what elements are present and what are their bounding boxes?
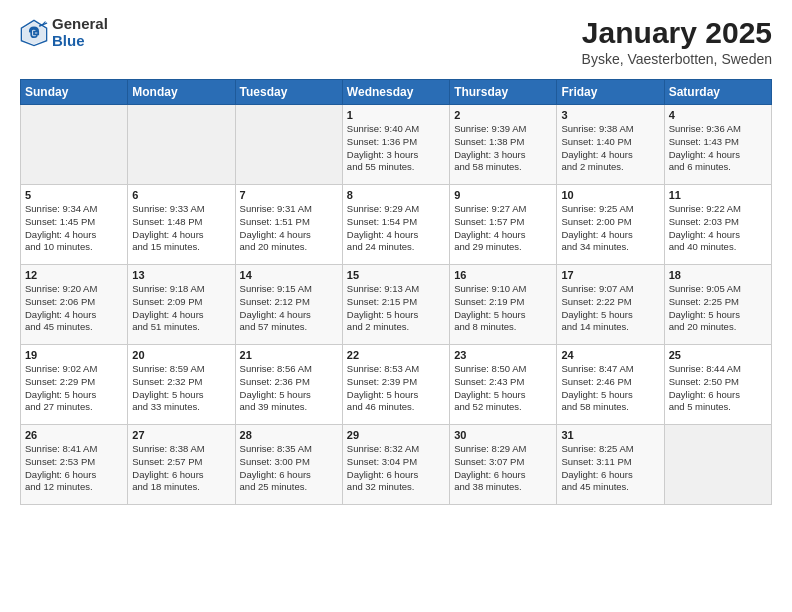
day-of-week-header: Saturday bbox=[664, 80, 771, 105]
day-of-week-header: Thursday bbox=[450, 80, 557, 105]
day-info: Sunrise: 8:32 AM Sunset: 3:04 PM Dayligh… bbox=[347, 443, 445, 494]
logo-icon bbox=[20, 19, 48, 47]
calendar-day-cell: 14Sunrise: 9:15 AM Sunset: 2:12 PM Dayli… bbox=[235, 265, 342, 345]
calendar-day-cell: 5Sunrise: 9:34 AM Sunset: 1:45 PM Daylig… bbox=[21, 185, 128, 265]
day-of-week-header: Tuesday bbox=[235, 80, 342, 105]
day-of-week-header: Wednesday bbox=[342, 80, 449, 105]
day-info: Sunrise: 9:22 AM Sunset: 2:03 PM Dayligh… bbox=[669, 203, 767, 254]
day-number: 19 bbox=[25, 349, 123, 361]
day-info: Sunrise: 9:15 AM Sunset: 2:12 PM Dayligh… bbox=[240, 283, 338, 334]
day-info: Sunrise: 9:07 AM Sunset: 2:22 PM Dayligh… bbox=[561, 283, 659, 334]
day-info: Sunrise: 9:33 AM Sunset: 1:48 PM Dayligh… bbox=[132, 203, 230, 254]
day-info: Sunrise: 8:47 AM Sunset: 2:46 PM Dayligh… bbox=[561, 363, 659, 414]
day-info: Sunrise: 8:50 AM Sunset: 2:43 PM Dayligh… bbox=[454, 363, 552, 414]
day-info: Sunrise: 8:56 AM Sunset: 2:36 PM Dayligh… bbox=[240, 363, 338, 414]
header: General Blue January 2025 Byske, Vaester… bbox=[20, 16, 772, 67]
logo: General Blue bbox=[20, 16, 108, 49]
day-info: Sunrise: 8:59 AM Sunset: 2:32 PM Dayligh… bbox=[132, 363, 230, 414]
day-number: 10 bbox=[561, 189, 659, 201]
day-number: 23 bbox=[454, 349, 552, 361]
day-info: Sunrise: 8:25 AM Sunset: 3:11 PM Dayligh… bbox=[561, 443, 659, 494]
day-info: Sunrise: 8:29 AM Sunset: 3:07 PM Dayligh… bbox=[454, 443, 552, 494]
day-info: Sunrise: 9:31 AM Sunset: 1:51 PM Dayligh… bbox=[240, 203, 338, 254]
day-number: 2 bbox=[454, 109, 552, 121]
day-info: Sunrise: 8:41 AM Sunset: 2:53 PM Dayligh… bbox=[25, 443, 123, 494]
calendar-week-row: 5Sunrise: 9:34 AM Sunset: 1:45 PM Daylig… bbox=[21, 185, 772, 265]
calendar-day-cell: 12Sunrise: 9:20 AM Sunset: 2:06 PM Dayli… bbox=[21, 265, 128, 345]
calendar-day-cell: 7Sunrise: 9:31 AM Sunset: 1:51 PM Daylig… bbox=[235, 185, 342, 265]
calendar-day-cell: 10Sunrise: 9:25 AM Sunset: 2:00 PM Dayli… bbox=[557, 185, 664, 265]
day-number: 17 bbox=[561, 269, 659, 281]
day-info: Sunrise: 9:13 AM Sunset: 2:15 PM Dayligh… bbox=[347, 283, 445, 334]
day-number: 7 bbox=[240, 189, 338, 201]
calendar-day-cell: 24Sunrise: 8:47 AM Sunset: 2:46 PM Dayli… bbox=[557, 345, 664, 425]
calendar-day-cell: 15Sunrise: 9:13 AM Sunset: 2:15 PM Dayli… bbox=[342, 265, 449, 345]
calendar-day-cell: 22Sunrise: 8:53 AM Sunset: 2:39 PM Dayli… bbox=[342, 345, 449, 425]
calendar-day-cell: 20Sunrise: 8:59 AM Sunset: 2:32 PM Dayli… bbox=[128, 345, 235, 425]
day-number: 15 bbox=[347, 269, 445, 281]
calendar-day-cell: 11Sunrise: 9:22 AM Sunset: 2:03 PM Dayli… bbox=[664, 185, 771, 265]
day-info: Sunrise: 9:02 AM Sunset: 2:29 PM Dayligh… bbox=[25, 363, 123, 414]
day-number: 26 bbox=[25, 429, 123, 441]
day-number: 28 bbox=[240, 429, 338, 441]
day-info: Sunrise: 8:38 AM Sunset: 2:57 PM Dayligh… bbox=[132, 443, 230, 494]
day-of-week-header: Sunday bbox=[21, 80, 128, 105]
logo-general-text: General bbox=[52, 16, 108, 33]
title-block: January 2025 Byske, Vaesterbotten, Swede… bbox=[582, 16, 772, 67]
day-number: 27 bbox=[132, 429, 230, 441]
day-number: 29 bbox=[347, 429, 445, 441]
calendar-week-row: 1Sunrise: 9:40 AM Sunset: 1:36 PM Daylig… bbox=[21, 105, 772, 185]
page: General Blue January 2025 Byske, Vaester… bbox=[0, 0, 792, 612]
day-number: 22 bbox=[347, 349, 445, 361]
day-number: 11 bbox=[669, 189, 767, 201]
calendar-day-cell bbox=[235, 105, 342, 185]
logo-blue-text: Blue bbox=[52, 33, 108, 50]
calendar-day-cell: 4Sunrise: 9:36 AM Sunset: 1:43 PM Daylig… bbox=[664, 105, 771, 185]
calendar-day-cell bbox=[664, 425, 771, 505]
day-info: Sunrise: 9:34 AM Sunset: 1:45 PM Dayligh… bbox=[25, 203, 123, 254]
day-number: 12 bbox=[25, 269, 123, 281]
day-of-week-header: Friday bbox=[557, 80, 664, 105]
day-info: Sunrise: 9:39 AM Sunset: 1:38 PM Dayligh… bbox=[454, 123, 552, 174]
day-number: 16 bbox=[454, 269, 552, 281]
calendar-day-cell: 26Sunrise: 8:41 AM Sunset: 2:53 PM Dayli… bbox=[21, 425, 128, 505]
day-number: 3 bbox=[561, 109, 659, 121]
day-number: 30 bbox=[454, 429, 552, 441]
day-number: 14 bbox=[240, 269, 338, 281]
day-info: Sunrise: 8:35 AM Sunset: 3:00 PM Dayligh… bbox=[240, 443, 338, 494]
day-number: 25 bbox=[669, 349, 767, 361]
day-number: 20 bbox=[132, 349, 230, 361]
calendar-day-cell: 16Sunrise: 9:10 AM Sunset: 2:19 PM Dayli… bbox=[450, 265, 557, 345]
calendar-day-cell: 28Sunrise: 8:35 AM Sunset: 3:00 PM Dayli… bbox=[235, 425, 342, 505]
calendar-table: SundayMondayTuesdayWednesdayThursdayFrid… bbox=[20, 79, 772, 505]
day-number: 13 bbox=[132, 269, 230, 281]
calendar-day-cell: 2Sunrise: 9:39 AM Sunset: 1:38 PM Daylig… bbox=[450, 105, 557, 185]
calendar-day-cell: 21Sunrise: 8:56 AM Sunset: 2:36 PM Dayli… bbox=[235, 345, 342, 425]
calendar-day-cell: 6Sunrise: 9:33 AM Sunset: 1:48 PM Daylig… bbox=[128, 185, 235, 265]
calendar-week-row: 26Sunrise: 8:41 AM Sunset: 2:53 PM Dayli… bbox=[21, 425, 772, 505]
day-number: 21 bbox=[240, 349, 338, 361]
day-info: Sunrise: 9:36 AM Sunset: 1:43 PM Dayligh… bbox=[669, 123, 767, 174]
day-number: 8 bbox=[347, 189, 445, 201]
calendar-week-row: 19Sunrise: 9:02 AM Sunset: 2:29 PM Dayli… bbox=[21, 345, 772, 425]
calendar-day-cell: 30Sunrise: 8:29 AM Sunset: 3:07 PM Dayli… bbox=[450, 425, 557, 505]
day-info: Sunrise: 9:27 AM Sunset: 1:57 PM Dayligh… bbox=[454, 203, 552, 254]
logo-text: General Blue bbox=[52, 16, 108, 49]
day-info: Sunrise: 9:10 AM Sunset: 2:19 PM Dayligh… bbox=[454, 283, 552, 334]
calendar-day-cell: 29Sunrise: 8:32 AM Sunset: 3:04 PM Dayli… bbox=[342, 425, 449, 505]
calendar-day-cell: 8Sunrise: 9:29 AM Sunset: 1:54 PM Daylig… bbox=[342, 185, 449, 265]
day-info: Sunrise: 9:29 AM Sunset: 1:54 PM Dayligh… bbox=[347, 203, 445, 254]
day-number: 4 bbox=[669, 109, 767, 121]
day-number: 24 bbox=[561, 349, 659, 361]
day-number: 5 bbox=[25, 189, 123, 201]
calendar-day-cell bbox=[21, 105, 128, 185]
calendar-day-cell bbox=[128, 105, 235, 185]
day-number: 6 bbox=[132, 189, 230, 201]
day-info: Sunrise: 9:20 AM Sunset: 2:06 PM Dayligh… bbox=[25, 283, 123, 334]
day-info: Sunrise: 8:53 AM Sunset: 2:39 PM Dayligh… bbox=[347, 363, 445, 414]
day-of-week-header: Monday bbox=[128, 80, 235, 105]
calendar-week-row: 12Sunrise: 9:20 AM Sunset: 2:06 PM Dayli… bbox=[21, 265, 772, 345]
calendar-day-cell: 31Sunrise: 8:25 AM Sunset: 3:11 PM Dayli… bbox=[557, 425, 664, 505]
calendar-subtitle: Byske, Vaesterbotten, Sweden bbox=[582, 51, 772, 67]
day-number: 18 bbox=[669, 269, 767, 281]
